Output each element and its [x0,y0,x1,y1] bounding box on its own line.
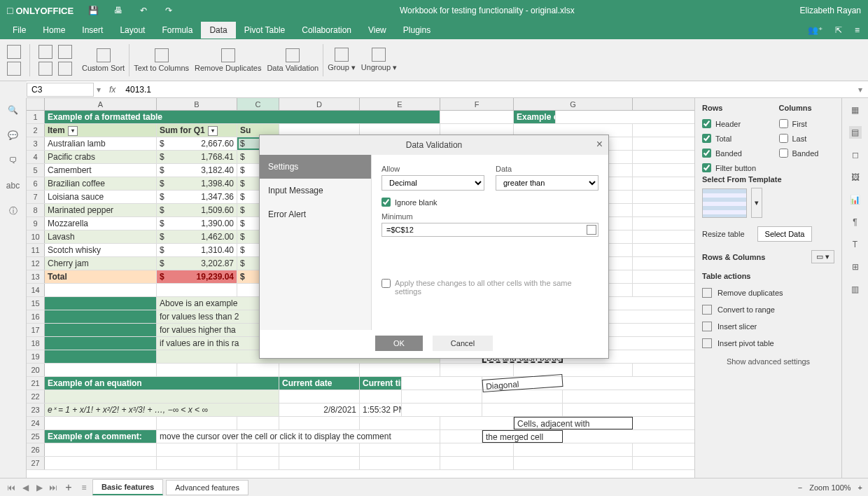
apply-all-checkbox[interactable]: Apply these changes to all other cells w… [382,279,598,296]
menu-layout[interactable]: Layout [111,22,153,39]
first-checkbox[interactable]: First [779,119,835,128]
cell[interactable] [45,324,157,336]
cell[interactable]: eˣ = 1 + x/1! + x²/2! + x³/3! + …, −∞ < … [45,404,279,416]
fx-icon[interactable]: fx [104,85,121,95]
cell[interactable]: Camembert [45,164,157,177]
cell[interactable] [45,297,157,310]
cell[interactable]: Cherry jam [45,257,157,270]
row-header[interactable]: 25 [27,430,45,443]
range-select-icon[interactable] [587,225,596,235]
menu-plugins[interactable]: Plugins [395,22,439,39]
cell[interactable] [360,443,440,456]
print-icon[interactable]: 🖶 [113,5,124,16]
row-header[interactable]: 6 [27,177,45,190]
cell[interactable] [45,284,157,296]
tab-error-alert[interactable]: Error Alert [260,202,371,226]
menu-formula[interactable]: Formula [153,22,201,39]
cell[interactable]: Australian lamb [45,137,157,150]
cell[interactable] [45,390,279,403]
close-icon[interactable]: × [596,138,603,151]
header-checkbox[interactable]: Header [702,119,758,128]
cell-reference-input[interactable] [27,83,94,97]
cell-ref-chevron-icon[interactable]: ▾ [94,85,104,95]
row-header[interactable]: 24 [27,417,45,429]
cell[interactable]: Example of sparklines [514,111,556,123]
table-settings-icon[interactable]: ▤ [849,126,862,139]
cell[interactable] [45,443,157,456]
action-insert-pivot[interactable]: Insert pivot table [702,335,834,352]
cell[interactable] [482,390,563,403]
cell[interactable] [440,443,514,456]
sheet-nav-next-icon[interactable]: ▶ [34,483,45,492]
cell[interactable] [237,364,279,376]
row-header[interactable]: 16 [27,310,45,323]
filter-arrow-icon[interactable]: ▾ [208,126,218,136]
minimum-input[interactable] [382,223,598,237]
cell[interactable] [440,417,514,429]
menu-collab[interactable]: Collaboration [293,22,360,39]
cell[interactable] [482,404,563,416]
sort-desc-icon[interactable] [38,62,52,76]
zoom-out-icon[interactable]: − [798,483,802,492]
cell[interactable] [360,417,440,429]
tab-input-message[interactable]: Input Message [260,179,371,202]
row-header[interactable]: 18 [27,337,45,350]
sort-asc-icon[interactable] [38,45,52,59]
col-f[interactable]: F [440,98,514,110]
row-header[interactable]: 12 [27,257,45,270]
cell[interactable] [440,457,514,469]
cell[interactable]: Current date [279,377,360,390]
row-header[interactable]: 7 [27,191,45,203]
sheet-nav-prev-icon[interactable]: ◀ [20,483,31,492]
last-checkbox[interactable]: Last [779,134,835,143]
cell[interactable] [157,364,237,376]
cell[interactable] [237,457,279,469]
cell[interactable]: $1,462.00 [157,230,237,243]
row-header[interactable]: 20 [27,364,45,376]
action-remove-duplicates[interactable]: Remove duplicates [702,284,834,301]
col-a[interactable]: A [45,98,157,110]
cancel-button[interactable]: Cancel [433,336,493,351]
sheet-nav-first-icon[interactable]: ⏮ [6,483,17,492]
sheet-tab-advanced[interactable]: Advanced features [166,480,248,495]
sheet-list-icon[interactable]: ≡ [78,483,90,492]
cell[interactable] [360,457,440,469]
cell[interactable]: $1,390.00 [157,217,237,230]
template-chevron-icon[interactable]: ▾ [751,188,762,218]
cell[interactable]: $19,239.04 [157,270,237,283]
row-header[interactable]: 17 [27,324,45,336]
col-b[interactable]: B [157,98,237,110]
cell[interactable] [279,364,360,376]
menu-insert[interactable]: Insert [74,22,111,39]
group-button[interactable]: Group ▾ [325,46,358,74]
sheet-tab-basic[interactable]: Basic features [92,479,163,495]
cell[interactable]: $1,398.40 [157,177,237,190]
row-header[interactable]: 3 [27,137,45,150]
cell[interactable]: Mozzarella [45,217,157,230]
cell[interactable] [440,430,482,443]
cell[interactable]: 1:55:32 PM [360,404,402,416]
menu-home[interactable]: Home [34,22,74,39]
copy-icon[interactable] [7,45,21,59]
cell[interactable] [279,443,360,456]
cell-settings-icon[interactable]: ▦ [849,104,862,116]
open-location-icon[interactable]: ⇱ [835,25,842,35]
data-select[interactable]: greater than [496,175,598,191]
row-header[interactable]: 14 [27,284,45,296]
total-checkbox[interactable]: Total [702,134,758,143]
paste-icon[interactable] [7,62,21,76]
formula-expand-icon[interactable]: ▾ [853,85,868,95]
banded-rows-checkbox[interactable]: Banded [702,149,758,158]
cell[interactable] [514,457,633,469]
cell[interactable] [514,443,633,456]
col-c[interactable]: C [237,98,279,110]
row-header[interactable]: 27 [27,457,45,469]
cell[interactable]: Item▾ [45,124,157,137]
cell[interactable] [45,417,157,429]
filter-button-checkbox[interactable]: Filter button [702,163,834,172]
row-header[interactable]: 15 [27,297,45,310]
row-header[interactable]: 23 [27,404,45,416]
cell[interactable] [360,390,402,403]
menu-data[interactable]: Data [201,22,235,39]
select-data-button[interactable]: Select Data [757,226,813,242]
